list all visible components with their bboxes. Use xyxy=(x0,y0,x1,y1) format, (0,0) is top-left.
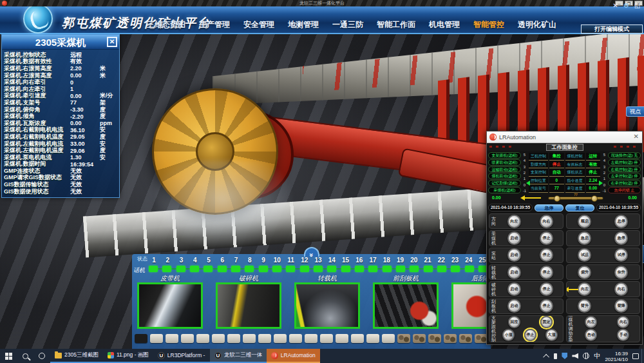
taskbar-item[interactable]: 龙软二三维一体化... xyxy=(210,349,267,363)
channel-status-led[interactable] xyxy=(465,266,474,272)
restore-icon[interactable]: ◱ xyxy=(633,1,641,10)
pill-button[interactable]: 采煤机(远程) xyxy=(488,187,521,193)
lr-titlebar[interactable]: LRAutomation xyxy=(487,132,642,143)
start-button[interactable] xyxy=(0,349,17,363)
round-button[interactable]: 臂降 xyxy=(614,299,628,313)
filmstrip-cell[interactable] xyxy=(428,334,441,343)
nav-item[interactable]: 一通三防 xyxy=(332,19,363,30)
lr-close-icon[interactable] xyxy=(634,133,639,140)
camera-thumb-loader[interactable] xyxy=(294,282,360,329)
camera-thumb-crusher[interactable] xyxy=(216,282,281,329)
round-button[interactable]: 停止 xyxy=(540,248,553,262)
channel-status-led[interactable] xyxy=(451,266,460,272)
filmstrip-cell[interactable] xyxy=(274,334,287,343)
filmstrip-cell[interactable] xyxy=(459,334,472,343)
search-button[interactable] xyxy=(17,349,33,363)
filmstrip-cell[interactable] xyxy=(181,334,194,343)
filmstrip-cell[interactable] xyxy=(243,334,256,343)
round-button[interactable]: 手动 xyxy=(617,329,629,341)
channel-status-led[interactable] xyxy=(259,266,268,272)
channel-status-led[interactable] xyxy=(341,266,350,272)
round-button[interactable]: 顺启 xyxy=(578,215,591,228)
channel-status-led[interactable] xyxy=(272,266,281,272)
round-button[interactable]: 大溜 xyxy=(545,329,558,341)
pill-button[interactable]: 记忆割煤(远程) xyxy=(488,180,521,186)
slider-knob[interactable] xyxy=(591,195,598,202)
channel-status-led[interactable] xyxy=(300,266,309,272)
filmstrip-cell[interactable] xyxy=(351,334,364,343)
channel-status-led[interactable] xyxy=(149,266,158,272)
channel-status-led[interactable] xyxy=(314,266,323,272)
nav-item[interactable]: 智能管控 xyxy=(473,19,504,30)
taskbar-item[interactable]: 11.png - 画图 xyxy=(103,349,153,363)
filmstrip-cell[interactable] xyxy=(212,334,225,343)
clock[interactable]: 16:39 2021/4/10 xyxy=(605,349,628,362)
camera-thumb-rear-scraper[interactable] xyxy=(451,282,491,329)
round-button[interactable]: 向左 xyxy=(578,282,591,296)
taskbar-item[interactable]: LR3DPlatform - U... xyxy=(153,349,210,363)
round-button[interactable]: 试停 xyxy=(614,248,628,262)
shield-icon[interactable] xyxy=(562,353,567,359)
filmstrip-cell[interactable] xyxy=(336,334,348,343)
round-button[interactable]: 启动 xyxy=(507,266,521,279)
filmstrip-cell[interactable] xyxy=(150,334,163,343)
input-method-indicator[interactable]: 中 xyxy=(594,351,600,360)
filmstrip-cell[interactable] xyxy=(166,334,178,343)
taskbar-item[interactable]: LRAutomation xyxy=(267,349,320,363)
pill-button[interactable]: 右牵控制(远) 停 xyxy=(608,180,641,186)
pill-button[interactable]: 煤机联动(远程) xyxy=(488,173,521,179)
filmstrip-cell[interactable] xyxy=(444,334,457,343)
panel-close-icon[interactable] xyxy=(107,37,117,47)
round-button[interactable]: 向左 xyxy=(507,215,521,228)
notification-icon[interactable] xyxy=(632,353,639,359)
channel-status-led[interactable] xyxy=(190,266,199,272)
pill-button[interactable]: 现场操作(远) 无 xyxy=(608,152,641,159)
nav-item[interactable]: 机电管理 xyxy=(429,19,460,30)
pill-button[interactable]: 左牵控制(远) 停 xyxy=(608,173,641,179)
filmstrip-cell[interactable] xyxy=(196,334,209,343)
channel-status-led[interactable] xyxy=(424,266,433,272)
round-button[interactable]: 固定 xyxy=(540,316,553,328)
pill-button[interactable]: 急停闭锁 止 xyxy=(608,187,641,193)
viewpoint-tab[interactable]: 视点 xyxy=(626,106,644,117)
round-button[interactable]: 急启 xyxy=(578,231,591,245)
filmstrip-cell[interactable] xyxy=(227,334,240,343)
tools-icon[interactable]: ✕ xyxy=(611,1,620,10)
filmstrip-cell[interactable] xyxy=(320,334,333,343)
filmstrip-cell[interactable] xyxy=(366,334,379,343)
speaker-icon[interactable] xyxy=(572,353,578,359)
gear-icon[interactable]: ⚙ xyxy=(622,1,630,10)
round-button[interactable]: 回拉 xyxy=(508,316,520,328)
round-button[interactable]: 停止 xyxy=(540,266,553,279)
round-button[interactable]: 小溜 xyxy=(502,329,515,341)
round-button[interactable]: 向右 xyxy=(540,215,553,228)
channel-status-led[interactable] xyxy=(383,266,392,272)
round-button[interactable]: 向右 xyxy=(617,316,629,328)
pill-button[interactable]: 运输联动(远程) xyxy=(488,166,521,173)
round-button[interactable]: 停止 xyxy=(524,329,536,341)
channel-status-led[interactable] xyxy=(327,266,336,272)
edit-mode-button[interactable]: 打开编辑模式 xyxy=(581,25,643,34)
round-button[interactable]: 启动 xyxy=(507,282,521,296)
round-button[interactable]: 停止 xyxy=(540,231,553,245)
channel-status-led[interactable] xyxy=(396,266,405,272)
pill-button[interactable]: 喷雾联动(远程) xyxy=(488,159,521,166)
filmstrip-cell[interactable] xyxy=(258,334,271,343)
network-icon[interactable] xyxy=(583,353,589,359)
nav-item[interactable]: 三维态势图 xyxy=(147,19,185,30)
filmstrip-cell[interactable] xyxy=(413,334,426,343)
round-button[interactable]: 启动 xyxy=(507,299,521,313)
round-button[interactable]: 仰升 xyxy=(614,266,628,279)
nav-item[interactable]: 安全管理 xyxy=(243,19,274,30)
channel-status-led[interactable] xyxy=(286,266,295,272)
filmstrip-cell[interactable] xyxy=(475,334,488,343)
filmstrip-cell[interactable] xyxy=(305,334,317,343)
pill-button[interactable]: 右截控制(远) 停 xyxy=(608,166,641,173)
pill-button[interactable]: 支架跟机(远程) xyxy=(488,152,521,159)
round-button[interactable]: 试运 xyxy=(578,248,591,262)
round-button[interactable]: 向右 xyxy=(614,282,628,296)
channel-status-led[interactable] xyxy=(437,266,446,272)
channel-status-led[interactable] xyxy=(162,266,171,272)
estop-button[interactable]: 急停 xyxy=(535,204,564,211)
round-button[interactable]: 臂升 xyxy=(578,299,591,313)
